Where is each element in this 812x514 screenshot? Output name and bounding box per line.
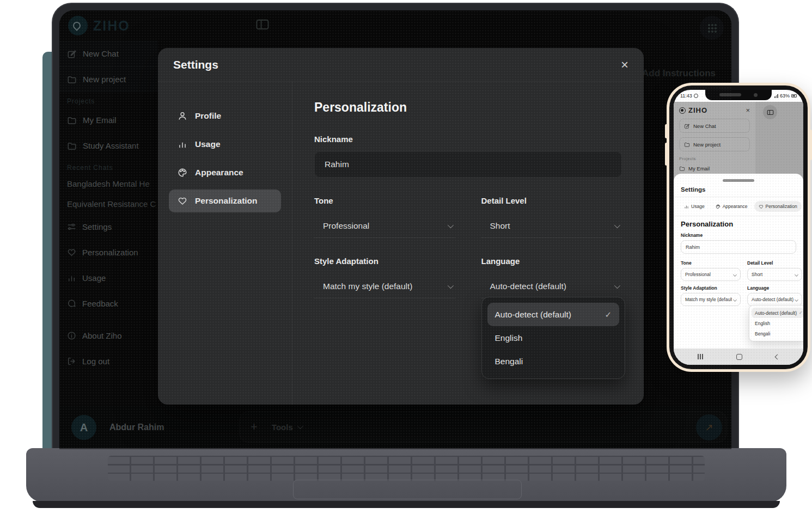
laptop-screen: ZIHO New Chat New project — [59, 10, 731, 449]
language-option-english[interactable]: English — [752, 318, 803, 328]
language-option-auto-detect[interactable]: Auto-detect (default) ✓ — [752, 308, 803, 318]
tone-select[interactable]: Professional — [314, 214, 455, 238]
settings-modal-header: Settings × — [158, 48, 644, 82]
detail-level-value: Short — [490, 221, 510, 231]
chevron-down-icon — [795, 297, 798, 301]
settings-modal: Settings × Profile Usage — [158, 48, 644, 405]
status-time: 11:43 — [680, 93, 692, 99]
tab-label: Personalization — [766, 204, 797, 209]
settings-tabs: Profile Usage Appearance — [674, 201, 803, 212]
settings-tab-usage[interactable]: Usage — [169, 133, 281, 156]
chevron-down-icon — [733, 297, 737, 301]
settings-tab-appearance[interactable]: Appearance — [169, 161, 281, 184]
language-option-auto-detect[interactable]: Auto-detect (default) ✓ — [487, 303, 620, 326]
style-adaptation-select[interactable]: Match my style (default) — [681, 293, 741, 306]
heart-icon — [178, 196, 187, 206]
language-select[interactable]: Auto-detect (default) — [481, 274, 622, 298]
phone-volume-down-button — [665, 143, 668, 166]
detail-level-field: Detail Level Short — [481, 196, 622, 238]
style-adaptation-label: Style Adaptation — [681, 285, 741, 291]
tone-field: Tone Professional — [314, 196, 455, 238]
battery-percent: 63% — [780, 93, 790, 99]
settings-tab-usage[interactable]: Usage — [680, 201, 709, 212]
chevron-down-icon — [795, 272, 798, 276]
option-label: Bengali — [755, 331, 770, 336]
style-adaptation-field: Style Adaptation Match my style (default… — [314, 256, 455, 298]
close-button[interactable]: × — [621, 58, 628, 71]
phone-notch — [705, 90, 772, 100]
front-camera — [754, 93, 758, 97]
language-dropdown-menu: Auto-detect (default) ✓ English Bengali — [749, 305, 803, 341]
option-label: English — [495, 333, 523, 343]
tab-label: Usage — [195, 139, 221, 149]
bar-chart-icon — [684, 204, 689, 209]
chevron-down-icon — [614, 222, 620, 228]
panel-heading: Personalization — [681, 220, 796, 228]
language-field: Language Auto-detect (default) Auto-dete… — [481, 256, 622, 298]
phone-mockup: 11:43 63% — [667, 83, 810, 372]
check-icon: ✓ — [605, 310, 612, 320]
phone-settings-sheet: Settings Profile Usage — [674, 174, 803, 348]
tab-label: Profile — [195, 111, 221, 121]
heart-icon — [759, 204, 764, 209]
style-adaptation-select[interactable]: Match my style (default) — [314, 274, 455, 298]
phone-screen: 11:43 63% — [674, 90, 803, 365]
drag-handle[interactable] — [723, 179, 754, 182]
laptop-keyboard — [108, 456, 705, 481]
chevron-down-icon — [447, 282, 453, 288]
recents-button[interactable] — [698, 354, 703, 359]
back-button[interactable] — [775, 354, 780, 359]
settings-tab-personalization[interactable]: Personalization — [754, 201, 802, 212]
language-label: Language — [747, 285, 802, 291]
settings-tab-profile[interactable]: Profile — [169, 105, 281, 127]
phone-volume-up-button — [665, 124, 668, 138]
language-field: Language Auto-detect (default) Auto-dete… — [747, 281, 802, 306]
style-adaptation-field: Style Adaptation Match my style (default… — [681, 281, 741, 306]
option-label: Auto-detect (default) — [755, 310, 797, 316]
option-label: Bengali — [495, 357, 523, 366]
phone-app: ZIHO × New Chat New project Projects — [674, 102, 803, 365]
phone-nav-bar — [674, 348, 803, 365]
tab-label: Appearance — [195, 168, 243, 178]
chevron-down-icon — [447, 222, 453, 228]
language-label: Language — [481, 256, 622, 266]
detail-level-value: Short — [752, 272, 762, 277]
language-value: Auto-detect (default) — [752, 297, 793, 302]
language-option-english[interactable]: English — [487, 326, 620, 350]
laptop-lid: ZIHO New Chat New project — [52, 3, 739, 449]
panel-heading: Personalization — [314, 100, 622, 115]
laptop-base-shadow — [33, 501, 780, 508]
screenshot-stage: ZIHO New Chat New project — [0, 0, 812, 514]
settings-nav: Profile Usage Appearance Personaliz — [158, 82, 292, 405]
phone-power-button — [809, 130, 812, 160]
chevron-down-icon — [733, 272, 737, 276]
speaker-grille — [719, 93, 741, 96]
settings-tab-appearance[interactable]: Appearance — [711, 201, 752, 212]
tone-select[interactable]: Professional — [681, 268, 741, 281]
palette-icon — [716, 204, 721, 209]
check-icon: ✓ — [799, 310, 803, 315]
settings-tab-personalization[interactable]: Personalization — [169, 189, 281, 212]
detail-level-select[interactable]: Short — [747, 268, 802, 281]
settings-title: Settings — [173, 58, 218, 71]
detail-level-select[interactable]: Short — [481, 214, 622, 238]
language-dropdown-menu: Auto-detect (default) ✓ English Bengali — [481, 297, 626, 379]
laptop-base — [26, 448, 786, 502]
nickname-input[interactable] — [314, 151, 622, 178]
signal-icon — [774, 94, 778, 98]
tab-label: Usage — [691, 204, 705, 209]
settings-tab-profile[interactable]: Profile — [674, 201, 677, 212]
person-icon — [178, 111, 187, 121]
tone-field: Tone Professional — [681, 256, 741, 281]
language-select[interactable]: Auto-detect (default) — [747, 293, 802, 306]
notification-icon — [694, 94, 698, 98]
detail-level-label: Detail Level — [747, 260, 802, 266]
nickname-label: Nickname — [314, 134, 622, 144]
palette-icon — [178, 168, 187, 178]
option-label: Auto-detect (default) — [495, 310, 571, 320]
language-option-bengali[interactable]: Bengali — [487, 350, 620, 373]
tone-label: Tone — [681, 260, 741, 266]
home-button[interactable] — [736, 354, 742, 360]
nickname-input[interactable] — [681, 240, 796, 254]
language-option-bengali[interactable]: Bengali — [752, 328, 803, 339]
